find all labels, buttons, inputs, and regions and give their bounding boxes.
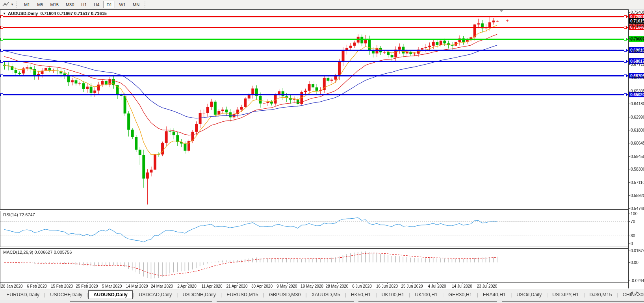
tab-dj30-m15[interactable]: DJ30,M15: [585, 290, 617, 299]
tab-ger30-h1[interactable]: GER30,H1: [444, 290, 477, 299]
tab-xauusd-m5[interactable]: XAUUSD,M5: [307, 290, 345, 299]
price-axis[interactable]: 0.724050.712500.700600.688700.677150.665…: [628, 9, 644, 288]
docked-panel-edge-segment: [217, 301, 354, 302]
docked-panel-edge-segment: [502, 301, 644, 302]
timeframe-button-m1[interactable]: M1: [21, 1, 33, 8]
macd-scale-label: 0.01574: [631, 248, 644, 253]
line-anchor-left[interactable]: [0, 93, 3, 96]
tab-scroll-left-icon[interactable]: ◄: [630, 290, 636, 294]
resistance-line-1[interactable]: [0, 16, 628, 17]
tab-usdjpy-h1[interactable]: USDJPY,H1: [547, 290, 583, 299]
line-anchor-left[interactable]: [0, 38, 3, 41]
tab-audusd-daily[interactable]: AUDUSD,Daily: [88, 290, 133, 299]
time-axis-label: 28 Jan 2020: [1, 284, 22, 288]
line-anchor-right[interactable]: [624, 38, 627, 41]
timeframe-button-m30[interactable]: M30: [63, 1, 77, 8]
rsi-scale-label: 70: [631, 219, 635, 224]
time-axis[interactable]: 28 Jan 20206 Feb 202015 Feb 202025 Feb 2…: [0, 283, 628, 289]
chart-title-symbol: AUDUSD,Daily: [8, 11, 38, 16]
rsi-scale-tick: [628, 214, 630, 214]
line-anchor-right[interactable]: [624, 74, 627, 77]
chart-shift-triangle-icon[interactable]: [499, 10, 503, 12]
tab-gbpusd-m30[interactable]: GBPUSD,M30: [264, 290, 306, 299]
time-axis-label: 16 Jun 2020: [376, 284, 398, 288]
line-anchor-left[interactable]: [0, 26, 3, 29]
timeframe-button-m5[interactable]: M5: [34, 1, 46, 8]
macd-panel-separator[interactable]: [0, 247, 628, 249]
line-anchor-left[interactable]: [0, 60, 3, 63]
price-tick-label: 0.57110: [631, 180, 644, 185]
timeframe-button-h1[interactable]: H1: [78, 1, 90, 8]
docked-panel-edge-segment: [70, 301, 212, 302]
timeframe-button-m15[interactable]: M15: [47, 1, 61, 8]
price-tick-label: 0.62990: [631, 115, 644, 119]
tab-usdcnh-daily[interactable]: USDCNH,Daily: [178, 290, 221, 299]
price-tick-mark: [628, 38, 630, 39]
timeframe-button-group: M1M5M15M30H1H4D1W1MN: [20, 1, 143, 8]
tab-usoil-daily[interactable]: USOil,Daily: [512, 290, 546, 299]
line-anchor-left[interactable]: [0, 49, 3, 52]
time-axis-label: 5 Mar 2020: [102, 284, 122, 288]
line-anchor-right[interactable]: [624, 93, 627, 96]
pivot-line[interactable]: [0, 39, 628, 40]
tab-usdcad-daily[interactable]: USDCAD,Daily: [134, 290, 176, 299]
support-line-4[interactable]: [0, 94, 628, 95]
price-tick-label: 0.58300: [631, 167, 644, 171]
rsi-panel-separator[interactable]: [0, 209, 628, 211]
rsi-level-70-line: [0, 221, 628, 222]
price-tick-label: 0.68870: [631, 49, 644, 54]
support-line-1[interactable]: [0, 50, 628, 51]
rsi-scale-tick: [628, 244, 630, 244]
tab-hk50-h1[interactable]: HK50,H1: [346, 290, 376, 299]
line-anchor-right[interactable]: [624, 26, 627, 29]
timeframe-button-d1[interactable]: D1: [103, 1, 115, 8]
chart-canvas[interactable]: [0, 0, 644, 303]
tab-usdchf-daily[interactable]: USDCHF,Daily: [45, 290, 87, 299]
time-axis-label: 11 Apr 2020: [201, 284, 222, 288]
rsi-scale-tick: [628, 221, 630, 222]
rsi-scale-tick: [628, 236, 630, 236]
support-line-3[interactable]: [0, 75, 628, 76]
chart-title-ohlc: 0.71604 0.71667 0.71517 0.71615: [41, 11, 107, 16]
toolbar-grip: [16, 2, 18, 7]
support-line-2[interactable]: [0, 61, 628, 62]
time-axis-label: 30 Apr 2020: [251, 284, 273, 288]
rsi-scale-label: 30: [631, 233, 635, 238]
symbol-dropdown-icon[interactable]: ▼: [3, 12, 6, 15]
tab-uk100-h1[interactable]: UK100,H1: [410, 290, 442, 299]
resistance-line-2[interactable]: [0, 27, 628, 28]
tab-uk100-h1[interactable]: UK100,H1: [377, 290, 409, 299]
price-tick-label: 0.71250: [631, 23, 644, 28]
line-anchor-right[interactable]: [624, 60, 627, 63]
line-anchor-left[interactable]: [0, 15, 3, 18]
line-anchor-right[interactable]: [624, 15, 627, 18]
macd-scale-tick: [628, 281, 630, 281]
rsi-level-30-line: [0, 236, 628, 236]
price-tick-mark: [628, 208, 630, 209]
caret-down-icon[interactable]: ▼: [11, 3, 14, 6]
timeframe-button-mn[interactable]: MN: [130, 1, 143, 8]
tab-eurusd-m15[interactable]: EURUSD,M15: [222, 290, 263, 299]
macd-scale-tick: [628, 251, 630, 251]
line-anchor-right[interactable]: [624, 49, 627, 52]
tab-scroll-right-icon[interactable]: ►: [636, 290, 642, 294]
time-axis-label: 6 Feb 2020: [27, 284, 47, 288]
price-tick-label: 0.66525: [631, 75, 644, 80]
timeframe-button-w1[interactable]: W1: [116, 1, 129, 8]
price-tick-label: 0.55920: [631, 193, 644, 198]
tab-fra40-h1[interactable]: FRA40,H1: [478, 290, 510, 299]
macd-scale-label: -0.02441: [631, 278, 644, 283]
chart-line-tool-icon[interactable]: [2, 2, 10, 8]
timeframe-toolbar: ▼ M1M5M15M30H1H4D1W1MN: [0, 0, 644, 9]
time-axis-label: 21 Apr 2020: [226, 284, 248, 288]
line-anchor-left[interactable]: [0, 74, 3, 77]
price-tick-label: 0.61800: [631, 128, 644, 132]
tab-eurusd-daily[interactable]: EURUSD,Daily: [2, 290, 44, 299]
tab-items: EURUSD,Daily|USDCHF,Daily|AUDUSD,Daily|U…: [2, 290, 644, 299]
price-tick-mark: [628, 182, 630, 183]
price-tick-mark: [628, 64, 630, 65]
time-axis-label: 15 Feb 2020: [51, 284, 73, 288]
time-axis-label: 19 May 2020: [301, 284, 323, 288]
time-axis-label: 25 Feb 2020: [76, 284, 98, 288]
timeframe-button-h4[interactable]: H4: [91, 1, 102, 8]
